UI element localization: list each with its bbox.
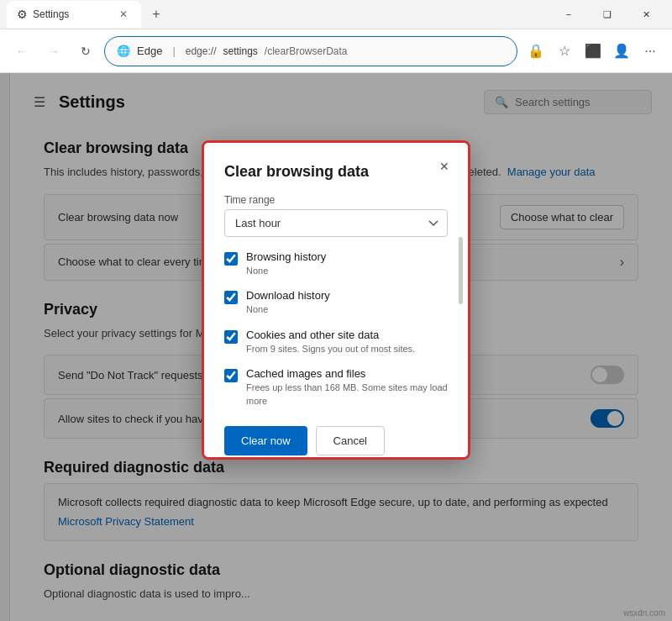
modal-actions: Clear now Cancel: [224, 426, 448, 455]
clear-now-button[interactable]: Clear now: [224, 426, 307, 455]
toolbar-icons: 🔒 ☆ ⬛ 👤 ···: [522, 38, 664, 65]
address-bar: ← → ↻ 🌐 Edge | edge://settings/clearBrow…: [0, 29, 672, 73]
refresh-button[interactable]: ↻: [72, 38, 99, 65]
address-brand: Edge: [137, 45, 162, 57]
address-input[interactable]: 🌐 Edge | edge://settings/clearBrowserDat…: [104, 36, 517, 66]
browsing-history-item: Browsing history None: [224, 250, 448, 277]
modal-title: Clear browsing data: [224, 163, 448, 181]
title-bar: ⚙ Settings ✕ + − ❑ ✕: [0, 0, 672, 29]
cookies-item: Cookies and other site data From 9 sites…: [224, 329, 448, 355]
modal-close-button[interactable]: ✕: [434, 156, 454, 176]
cookies-checkbox[interactable]: [224, 330, 238, 344]
download-history-label: Download history: [246, 289, 330, 302]
browsing-history-checkbox[interactable]: [224, 252, 238, 266]
close-button[interactable]: ✕: [627, 0, 665, 29]
cached-images-label: Cached images and files: [246, 367, 448, 380]
tab-area: ⚙ Settings ✕ +: [7, 1, 549, 28]
cached-images-sub: Frees up less than 168 MB. Some sites ma…: [246, 382, 448, 408]
cached-images-checkbox[interactable]: [224, 369, 238, 382]
window-controls: − ❑ ✕: [549, 0, 665, 29]
forward-button[interactable]: →: [40, 38, 67, 65]
cancel-button[interactable]: Cancel: [316, 426, 385, 455]
more-menu-icon[interactable]: ···: [637, 38, 664, 65]
cached-images-item: Cached images and files Frees up less th…: [224, 367, 448, 408]
address-url-path: /clearBrowserData: [265, 45, 348, 57]
time-range-select[interactable]: Last hour Last 24 hours Last 7 days Last…: [224, 209, 448, 237]
new-tab-button[interactable]: +: [144, 3, 168, 26]
settings-tab[interactable]: ⚙ Settings ✕: [7, 1, 141, 28]
download-history-sub: None: [246, 303, 330, 316]
minimize-button[interactable]: −: [549, 0, 588, 29]
browsing-history-sub: None: [246, 265, 326, 277]
cookies-label: Cookies and other site data: [246, 329, 415, 341]
settings-tab-icon: ⚙: [17, 8, 28, 21]
download-history-item: Download history None: [224, 289, 448, 316]
browsing-history-label: Browsing history: [246, 250, 326, 263]
modal-scroll-area: Browsing history None Download history N…: [224, 250, 448, 419]
clear-browsing-modal: Clear browsing data ✕ Time range Last ho…: [202, 140, 470, 460]
address-favicon: 🌐: [117, 45, 130, 57]
download-history-checkbox[interactable]: [224, 291, 238, 304]
time-range-label: Time range: [224, 194, 448, 206]
settings-tab-label: Settings: [33, 8, 69, 20]
profile-icon[interactable]: 👤: [608, 38, 635, 65]
collections-icon[interactable]: ⬛: [580, 38, 606, 65]
modal-scrollbar: [459, 237, 463, 304]
maximize-button[interactable]: ❑: [588, 0, 627, 29]
cookies-sub: From 9 sites. Signs you out of most site…: [246, 343, 415, 355]
address-url-domain: settings: [223, 45, 257, 57]
favorites-icon[interactable]: ☆: [551, 38, 578, 65]
tab-close-button[interactable]: ✕: [116, 7, 131, 22]
modal-overlay: Clear browsing data ✕ Time range Last ho…: [0, 73, 672, 621]
back-button[interactable]: ←: [8, 38, 35, 65]
address-separator: |: [172, 45, 175, 57]
lock-icon[interactable]: 🔒: [522, 38, 549, 65]
address-url-protocol: edge://: [186, 45, 217, 57]
